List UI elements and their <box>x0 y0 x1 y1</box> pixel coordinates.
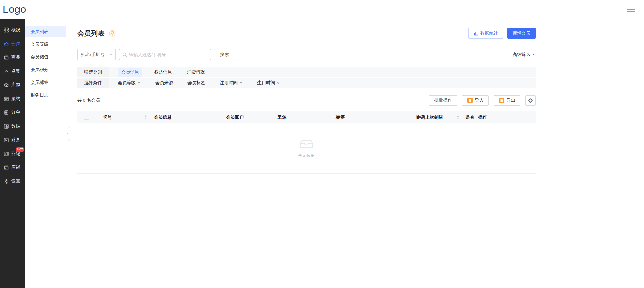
select-all-checkbox[interactable] <box>84 115 89 120</box>
filter-condition-option-label: 会员标签 <box>187 80 205 86</box>
inventory-icon <box>4 82 9 88</box>
import-button[interactable]: 导入 <box>462 95 489 106</box>
main-content: 会员列表 <box>66 19 644 288</box>
calendar-icon <box>4 96 9 101</box>
sidebar-item[interactable]: 库存 <box>0 78 25 92</box>
sidebar-item[interactable]: 商品 <box>0 51 25 64</box>
export-button[interactable]: 导出 <box>494 95 520 106</box>
grid-icon <box>4 27 9 33</box>
chevron-up-icon <box>532 53 536 56</box>
add-member-button[interactable]: 新增会员 <box>507 28 536 39</box>
submenu-item[interactable]: 会员等级 <box>25 38 66 50</box>
submenu-item[interactable]: 服务日志 <box>25 89 66 101</box>
sort-icon[interactable] <box>144 115 147 119</box>
sort-icon[interactable] <box>457 115 459 119</box>
table-header-row: 卡号 会员信息 <box>77 111 536 123</box>
search-button[interactable]: 搜索 <box>214 49 235 60</box>
filter-condition-label: 选择条件 <box>77 78 109 88</box>
member-icon <box>4 41 9 46</box>
sidebar-item[interactable]: 营销 HOT <box>0 147 25 160</box>
sidebar-item-label: 概况 <box>11 27 20 33</box>
filter-category-row: 筛选类别 会员信息 权益信息 消 <box>77 67 536 77</box>
sidebar-item[interactable]: 设置 <box>0 174 25 188</box>
filter-category-option[interactable]: 权益信息 <box>151 68 175 77</box>
filter-condition-option[interactable]: 生日时间 <box>257 80 280 86</box>
submenu-item[interactable]: 会员储值 <box>25 51 66 63</box>
table-column-header[interactable]: 卡号 <box>98 111 151 123</box>
submenu-item[interactable]: 会员积分 <box>25 64 66 76</box>
sidebar-item[interactable]: 会员 <box>0 37 25 51</box>
filter-category-option[interactable]: 消费情况 <box>184 68 208 77</box>
import-label: 导入 <box>475 97 484 103</box>
filter-category-option-label: 权益信息 <box>154 69 172 75</box>
sidebar-item[interactable]: 财务 <box>0 133 25 147</box>
sidebar-item-label: 订单 <box>11 109 20 115</box>
list-toolbar: 共 0 名会员 批量操作 导入 导出 <box>77 95 536 106</box>
filter-category-option-label: 会员信息 <box>121 69 139 75</box>
sidebar-item[interactable]: 预约 <box>0 92 25 106</box>
table-column-label: 操作 <box>478 114 487 120</box>
sidebar-item-label: 库存 <box>11 82 20 88</box>
batch-actions-button[interactable]: 批量操作 <box>429 95 457 106</box>
sidebar-item[interactable]: 概况 <box>0 23 25 37</box>
chevron-down-icon <box>239 81 243 85</box>
filter-category-option[interactable]: 会员信息 <box>118 68 142 77</box>
food-icon <box>4 69 9 74</box>
filter-condition-row: 选择条件 会员等级 会员来源 <box>77 77 536 88</box>
table-column-header[interactable] <box>77 111 98 123</box>
page-header: 会员列表 <box>77 28 536 39</box>
table-column-label: 会员信息 <box>154 114 172 120</box>
submenu-item-label: 会员储值 <box>31 54 48 60</box>
sidebar-collapse-handle[interactable]: ‹ <box>66 126 70 141</box>
table-column-header[interactable]: 来源 <box>275 111 333 123</box>
sidebar-item[interactable]: 数据 <box>0 119 25 133</box>
sidebar-item-label: 财务 <box>11 137 20 143</box>
column-settings-button[interactable] <box>525 95 536 106</box>
hamburger-menu-icon[interactable] <box>627 5 635 13</box>
member-table: 卡号 会员信息 <box>77 111 536 174</box>
search-field-select[interactable]: 姓名/手机号 <box>77 49 116 60</box>
search-row: 姓名/手机号 搜索 高级筛选 <box>77 49 536 60</box>
filter-condition-option[interactable]: 注册时间 <box>220 80 243 86</box>
shop-icon <box>4 55 9 60</box>
filter-condition-option[interactable]: 会员等级 <box>118 80 141 86</box>
sidebar-item-label: 商品 <box>11 54 20 60</box>
submenu-item[interactable]: 会员列表 <box>25 26 66 37</box>
primary-sidebar: 概况 会员 商品 点餐 库存 <box>0 19 25 288</box>
chevron-down-icon <box>277 81 280 85</box>
table-column-header[interactable]: 是否 <box>463 111 474 123</box>
table-column-header[interactable]: 会员账户 <box>223 111 275 123</box>
table-column-header[interactable]: 标签 <box>333 111 414 123</box>
table-column-header[interactable]: 操作 <box>474 111 536 123</box>
submenu-item-label: 服务日志 <box>31 92 48 98</box>
sidebar-item[interactable]: 店铺 <box>0 160 25 174</box>
data-stats-label: 数据统计 <box>480 30 498 36</box>
sidebar-item[interactable]: 点餐 <box>0 64 25 78</box>
table-column-label: 卡号 <box>103 114 112 120</box>
sidebar-item[interactable]: 订单 <box>0 106 25 119</box>
filter-condition-option-label: 注册时间 <box>220 80 238 86</box>
filter-category-label: 筛选类别 <box>77 67 109 77</box>
filter-condition-option[interactable]: 会员标签 <box>187 80 205 86</box>
submenu-item[interactable]: 会员标签 <box>25 77 66 88</box>
table-column-header[interactable]: 会员信息 <box>151 111 223 123</box>
lightbulb-tip-icon[interactable] <box>109 30 116 37</box>
data-stats-button[interactable]: 数据统计 <box>468 28 503 39</box>
table-column-header[interactable]: 距离上次到店 <box>414 111 463 123</box>
submenu-item-label: 会员列表 <box>31 29 48 35</box>
advanced-filter-toggle[interactable]: 高级筛选 <box>513 52 536 58</box>
empty-state: 暂无数据 <box>77 123 536 174</box>
marketing-icon <box>4 151 9 156</box>
page-title: 会员列表 <box>77 29 105 38</box>
sidebar-item-label: 会员 <box>11 41 20 47</box>
gear-icon <box>528 98 533 103</box>
data-icon <box>4 124 9 129</box>
search-input[interactable] <box>129 52 208 57</box>
filter-condition-option[interactable]: 会员来源 <box>155 80 173 86</box>
chevron-down-icon <box>109 53 113 56</box>
filter-panel: 筛选类别 会员信息 权益信息 消 <box>77 67 536 88</box>
filter-condition-option-label: 会员等级 <box>118 80 136 86</box>
submenu-item-label: 会员标签 <box>31 79 48 86</box>
search-icon <box>122 52 127 57</box>
order-icon <box>4 110 9 115</box>
